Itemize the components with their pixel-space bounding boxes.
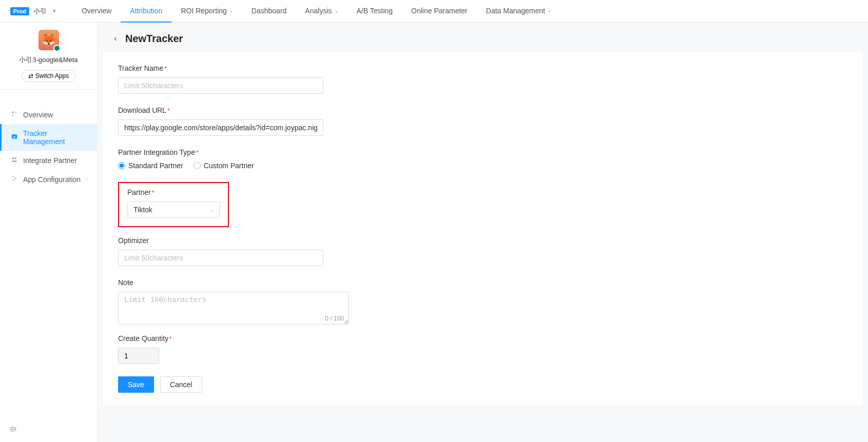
tracker-name-group: Tracker Name* <box>118 64 847 94</box>
back-button[interactable] <box>111 34 120 44</box>
platform-badge-icon <box>53 45 61 52</box>
download-url-label: Download URL* <box>118 106 847 114</box>
radio-standard-partner[interactable]: Standard Partner <box>118 162 183 170</box>
partner-icon <box>11 156 18 165</box>
svg-point-5 <box>15 157 16 159</box>
tracker-name-input[interactable] <box>118 77 323 94</box>
env-badge: Prod <box>10 7 29 15</box>
radio-circle-icon <box>194 162 201 169</box>
chevron-down-icon: ⌄ <box>547 8 551 13</box>
required-indicator: * <box>164 65 167 72</box>
svg-point-8 <box>13 179 14 180</box>
radio-circle-icon <box>118 162 125 169</box>
svg-rect-3 <box>12 134 17 138</box>
menu-label: Dashboard <box>252 7 287 15</box>
app-block: 🦊 小引3-google&Meta ⇄ Switch Apps <box>0 23 97 90</box>
menu-label: ROI Reporting <box>181 7 226 15</box>
collapse-sidebar-button[interactable] <box>0 418 97 442</box>
sidebar-item-label: App Configuration <box>23 175 81 184</box>
top-menu-item-roi-reporting[interactable]: ROI Reporting⌄ <box>171 0 242 23</box>
app-short-name[interactable]: 小引 <box>33 7 47 16</box>
create-quantity-group: Create Quantity* <box>118 334 847 364</box>
label-text: Create Quantity <box>118 334 168 343</box>
sidebar-item-app-configuration[interactable]: App Configuration› <box>0 170 97 189</box>
menu-label: Online Parameter <box>411 7 468 15</box>
top-menu-item-dashboard[interactable]: Dashboard <box>242 0 296 23</box>
sidebar-item-overview[interactable]: Overview <box>0 105 97 124</box>
svg-point-1 <box>15 111 17 113</box>
create-quantity-input[interactable] <box>118 348 159 364</box>
menu-label: Attribution <box>130 7 162 15</box>
app-icon: 🦊 <box>38 30 59 50</box>
sidebar-item-tracker-management[interactable]: Tracker Management <box>0 124 97 151</box>
optimizer-input[interactable] <box>118 250 323 266</box>
overview-icon <box>11 110 18 119</box>
menu-label: Overview <box>82 7 111 15</box>
menu-label: Analysis <box>305 7 332 15</box>
partner-integration-type-label: Partner Integration Type* <box>118 148 847 156</box>
radio-label: Standard Partner <box>128 162 183 170</box>
settings-icon <box>11 175 18 184</box>
label-text: Partner Integration Type <box>118 148 195 156</box>
chevron-down-icon: ⌄ <box>229 8 233 13</box>
caret-down-icon: ▼ <box>52 8 57 14</box>
label-text: Partner <box>127 188 151 196</box>
top-menu-item-online-parameter[interactable]: Online Parameter <box>402 0 477 23</box>
side-menu: OverviewTracker ManagementIntegrate Part… <box>0 105 97 189</box>
chevron-down-icon: ⌄ <box>334 8 338 13</box>
top-menu-item-analysis[interactable]: Analysis⌄ <box>296 0 347 23</box>
tracker-name-label: Tracker Name* <box>118 64 847 72</box>
top-menu-item-a/b-testing[interactable]: A/B Testing <box>348 0 402 23</box>
cancel-button[interactable]: Cancel <box>160 376 202 393</box>
form-card: Tracker Name* Download URL* Partner Inte… <box>103 52 863 405</box>
chevron-right-icon: › <box>86 176 88 182</box>
collapse-icon <box>9 425 17 433</box>
top-menu: OverviewAttributionROI Reporting⌄Dashboa… <box>72 0 561 23</box>
svg-point-6 <box>13 176 14 177</box>
download-url-input[interactable] <box>118 119 323 136</box>
switch-apps-label: Switch Apps <box>35 72 69 79</box>
label-text: Download URL <box>118 106 166 114</box>
top-nav: Prod 小引 ▼ OverviewAttributionROI Reporti… <box>0 0 868 23</box>
partner-select-value: Tiktok <box>133 206 152 214</box>
note-group: Note 0 / 100 <box>118 278 847 322</box>
label-text: Optimizer <box>118 236 149 245</box>
chevron-down-icon: ⌄ <box>209 207 214 213</box>
switch-apps-button[interactable]: ⇄ Switch Apps <box>22 70 75 82</box>
menu-label: A/B Testing <box>357 7 393 15</box>
radio-custom-partner[interactable]: Custom Partner <box>194 162 254 170</box>
svg-point-0 <box>12 111 14 113</box>
label-text: Note <box>118 278 133 287</box>
top-menu-item-attribution[interactable]: Attribution <box>121 0 171 23</box>
partner-highlight-box: Partner* Tiktok ⌄ <box>118 182 229 227</box>
note-textarea[interactable] <box>118 292 349 325</box>
label-text: Tracker Name <box>118 64 163 72</box>
create-quantity-label: Create Quantity* <box>118 334 847 343</box>
partner-integration-type-group: Partner Integration Type* Standard Partn… <box>118 148 847 170</box>
tracker-icon <box>11 133 18 142</box>
switch-icon: ⇄ <box>28 72 33 79</box>
main-content: NewTracker Tracker Name* Download URL* <box>98 23 868 442</box>
optimizer-group: Optimizer <box>118 236 847 266</box>
sidebar-item-label: Overview <box>23 111 53 119</box>
partner-select[interactable]: Tiktok ⌄ <box>127 202 220 218</box>
sidebar-item-label: Tracker Management <box>23 129 88 146</box>
svg-point-4 <box>12 157 14 159</box>
svg-point-7 <box>15 178 16 179</box>
radio-label: Custom Partner <box>204 162 254 170</box>
top-menu-item-data-management[interactable]: Data Management⌄ <box>477 0 561 23</box>
required-indicator: * <box>196 149 199 156</box>
page-title: NewTracker <box>125 33 183 45</box>
sidebar-item-integrate-partner[interactable]: Integrate Partner <box>0 151 97 170</box>
top-menu-item-overview[interactable]: Overview <box>72 0 121 23</box>
svg-point-2 <box>12 114 14 116</box>
note-label: Note <box>118 278 847 287</box>
action-buttons: Save Cancel <box>118 376 847 393</box>
partner-label: Partner* <box>127 188 220 196</box>
app-name: 小引3-google&Meta <box>19 55 78 65</box>
download-url-group: Download URL* <box>118 106 847 136</box>
save-button[interactable]: Save <box>118 376 154 393</box>
required-indicator: * <box>152 189 155 196</box>
sidebar-item-label: Integrate Partner <box>23 156 77 165</box>
chevron-left-icon <box>112 35 119 43</box>
